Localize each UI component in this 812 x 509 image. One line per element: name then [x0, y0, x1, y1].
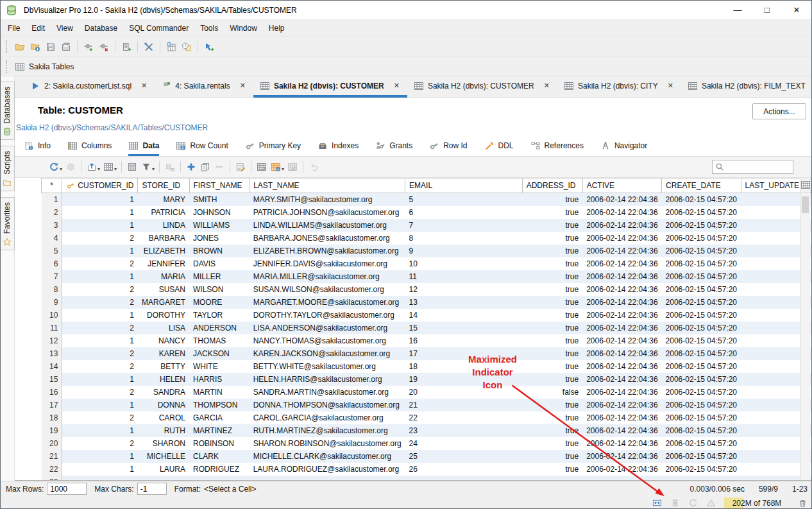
cell-customer_id[interactable]: 1: [62, 373, 138, 386]
cell-email[interactable]: 8: [405, 232, 523, 245]
subtab-row-id[interactable]: Row Id: [429, 137, 467, 156]
cell-create_date[interactable]: 2006-02-15 04:57:20: [662, 270, 741, 283]
cell-active[interactable]: 2006-02-14 22:04:36: [582, 334, 661, 347]
row-number-cell[interactable]: 6: [42, 257, 62, 270]
close-tab-icon[interactable]: ✕: [544, 82, 550, 90]
cell-create_date[interactable]: 2006-02-15 04:57:20: [662, 309, 741, 322]
cell-first_name[interactable]: TAYLOR: [189, 309, 250, 322]
cell-email[interactable]: 6: [405, 206, 523, 219]
cell-email[interactable]: 21: [405, 399, 523, 411]
subtab-row-count[interactable]: ΣRow Count: [176, 137, 228, 156]
cell-email[interactable]: 23: [405, 424, 523, 437]
save-button[interactable]: [43, 39, 58, 55]
cell-email[interactable]: [405, 476, 523, 481]
cell-active[interactable]: 2006-02-14 22:04:36: [582, 322, 661, 334]
cell-create_date[interactable]: 2006-02-15 04:57:20: [662, 360, 741, 373]
cell-first_name[interactable]: MOORE: [189, 296, 250, 309]
cell-customer_id[interactable]: 2: [62, 296, 138, 309]
dropdown-caret-icon[interactable]: ▾: [97, 166, 100, 172]
cell-last_name[interactable]: [250, 476, 405, 481]
cell-customer_id[interactable]: 1: [62, 219, 138, 232]
menu-window[interactable]: Window: [224, 22, 263, 35]
cell-email[interactable]: 14: [405, 309, 523, 322]
cell-address_id[interactable]: true: [522, 193, 582, 206]
cell-store_id[interactable]: DONNA: [138, 399, 189, 411]
cell-first_name[interactable]: ANDERSON: [189, 322, 250, 334]
cell-create_date[interactable]: 2006-02-15 04:57:20: [662, 463, 741, 476]
cell-email[interactable]: 9: [405, 245, 523, 257]
cell-customer_id[interactable]: 1: [62, 245, 138, 257]
cell-address_id[interactable]: true: [522, 411, 582, 424]
row-number-cell[interactable]: 9: [42, 296, 62, 309]
menu-database[interactable]: Database: [79, 22, 123, 35]
row-number-cell[interactable]: 7: [42, 270, 62, 283]
row-number-cell[interactable]: 2: [42, 206, 62, 219]
row-number-cell[interactable]: 14: [42, 360, 62, 373]
cell-active[interactable]: 2006-02-14 22:04:36: [582, 283, 661, 296]
cell-last_name[interactable]: LISA.ANDERSON@sakilacustomer.org: [250, 322, 405, 334]
cell-email[interactable]: 12: [405, 283, 523, 296]
vertical-scrollbar[interactable]: [800, 178, 810, 480]
toolwindow-grip[interactable]: [6, 60, 8, 73]
cell-create_date[interactable]: 2006-02-15 04:57:20: [662, 245, 741, 257]
folder-settings-button[interactable]: [28, 39, 43, 55]
cell-active[interactable]: 2006-02-14 22:04:36: [582, 232, 661, 245]
cell-active[interactable]: 2006-02-14 22:04:36: [582, 270, 661, 283]
cell-first_name[interactable]: THOMPSON: [189, 399, 250, 411]
row-number-cell[interactable]: 11: [42, 322, 62, 334]
cell-last_name[interactable]: MARIA.MILLER@sakilacustomer.org: [250, 270, 405, 283]
warning-icon[interactable]: [706, 498, 716, 508]
cell-create_date[interactable]: 2006-02-15 04:57:20: [662, 386, 741, 399]
cell-customer_id[interactable]: 1: [62, 450, 138, 463]
cell-last_name[interactable]: CAROL.GARCIA@sakilacustomer.org: [250, 411, 405, 424]
cell-email[interactable]: 13: [405, 296, 523, 309]
copy-rows-button[interactable]: [198, 160, 212, 174]
cell-last_name[interactable]: LAURA.RODRIGUEZ@sakilacustomer.org: [250, 463, 405, 476]
close-tab-icon[interactable]: ✕: [141, 82, 147, 90]
cell-last_name[interactable]: MARY.SMITH@sakilacustomer.org: [250, 193, 405, 206]
cell-active[interactable]: 2006-02-14 22:04:36: [582, 257, 661, 270]
breadcrumb[interactable]: Sakila H2 (dbvis)/Schemas/SAKILA/Tables/…: [16, 123, 208, 132]
column-header-first_name[interactable]: FIRST_NAME: [189, 178, 250, 193]
dropdown-caret-icon[interactable]: ▾: [282, 166, 284, 172]
menu-view[interactable]: View: [51, 22, 79, 35]
cell-last_name[interactable]: BARBARA.JONES@sakilacustomer.org: [250, 232, 405, 245]
cell-customer_id[interactable]: 2: [62, 386, 138, 399]
cell-customer_id[interactable]: [62, 476, 138, 481]
cell-create_date[interactable]: 2006-02-15 04:57:20: [662, 257, 741, 270]
subtab-info[interactable]: Info: [24, 137, 51, 156]
cell-active[interactable]: 2006-02-14 22:04:36: [582, 386, 661, 399]
cell-address_id[interactable]: true: [522, 232, 582, 245]
sidebar-tab-scripts[interactable]: Scripts: [1, 146, 15, 191]
cell-first_name[interactable]: JONES: [189, 232, 250, 245]
clock-button[interactable]: [179, 39, 194, 55]
cell-address_id[interactable]: true: [522, 245, 582, 257]
menu-edit[interactable]: Edit: [26, 22, 51, 35]
cell-last_name[interactable]: JENNIFER.DAVIS@sakilacustomer.org: [250, 257, 405, 270]
cell-address_id[interactable]: true: [522, 437, 582, 450]
stop-button[interactable]: [63, 160, 78, 174]
cell-customer_id[interactable]: 2: [62, 257, 138, 270]
cell-store_id[interactable]: SHARON: [138, 437, 189, 450]
cell-first_name[interactable]: DAVIS: [189, 257, 250, 270]
cell-store_id[interactable]: LINDA: [138, 219, 189, 232]
subtab-data[interactable]: Data: [128, 137, 159, 156]
column-header-last_name[interactable]: LAST_NAME: [250, 178, 405, 193]
cell-address_id[interactable]: true: [522, 347, 582, 360]
cell-first_name[interactable]: WILSON: [189, 283, 250, 296]
row-number-cell[interactable]: 4: [42, 232, 62, 245]
cell-last_name[interactable]: KAREN.JACKSON@sakilacustomer.org: [250, 347, 405, 360]
cell-create_date[interactable]: 2006-02-15 04:57:20: [662, 373, 741, 386]
cell-first_name[interactable]: MARTINEZ: [189, 424, 250, 437]
cell-customer_id[interactable]: 1: [62, 424, 138, 437]
cell-customer_id[interactable]: 1: [62, 463, 138, 476]
tools-button[interactable]: [141, 39, 156, 55]
cell-store_id[interactable]: RUTH: [138, 424, 189, 437]
cell-address_id[interactable]: true: [522, 334, 582, 347]
cell-address_id[interactable]: true: [522, 373, 582, 386]
subtab-grants[interactable]: Grants: [375, 137, 412, 156]
cell-store_id[interactable]: [138, 476, 189, 481]
sidebar-tab-favorites[interactable]: Favorites: [1, 197, 15, 250]
cell-email[interactable]: 25: [405, 450, 523, 463]
maximize-button[interactable]: □: [752, 1, 782, 19]
